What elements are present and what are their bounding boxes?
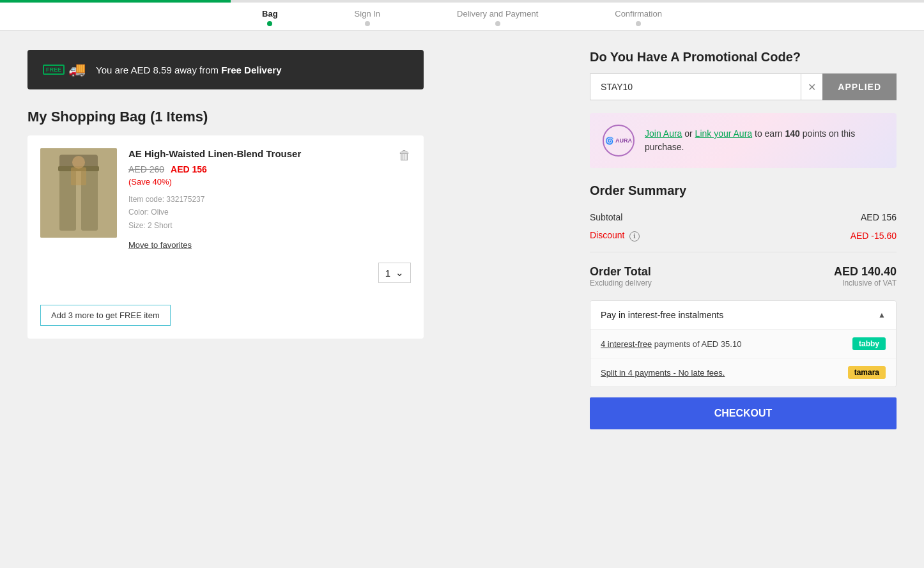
tabby-text: 4 interest-free payments of AED 35.10 bbox=[601, 339, 741, 349]
chevron-up-icon: ▲ bbox=[878, 311, 886, 319]
product-image-svg bbox=[40, 148, 117, 238]
original-price: AED 260 bbox=[128, 164, 164, 174]
move-to-favorites-button[interactable]: Move to favorites bbox=[128, 240, 192, 250]
free-badge: FREE bbox=[43, 65, 65, 75]
right-column: Do You Have A Promotional Code? ✕ APPLIE… bbox=[590, 50, 897, 429]
order-total-left: Order Total Excluding delivery bbox=[590, 265, 652, 288]
left-column: FREE 🚚 You are AED 8.59 away from Free D… bbox=[27, 50, 564, 429]
discount-value: AED -15.60 bbox=[851, 231, 897, 241]
free-item-banner[interactable]: Add 3 more to get FREE item bbox=[40, 305, 171, 326]
tamara-badge: tamara bbox=[848, 366, 886, 379]
tamara-split-link[interactable]: Split in 4 payments - No late fees. bbox=[601, 368, 725, 378]
close-icon: ✕ bbox=[808, 82, 816, 93]
price-row: AED 260 AED 156 bbox=[128, 164, 411, 174]
quantity-selector[interactable]: 1 ⌄ bbox=[378, 263, 411, 283]
subtotal-value: AED 156 bbox=[861, 212, 897, 222]
subtotal-row: Subtotal AED 156 bbox=[590, 208, 897, 226]
step-dot-signin bbox=[365, 21, 370, 26]
nav-step-confirmation: Confirmation bbox=[615, 9, 662, 26]
nav-step-bag-label: Bag bbox=[262, 9, 278, 19]
tamara-row: Split in 4 payments - No late fees. tama… bbox=[590, 358, 896, 387]
tabby-interest-free-link[interactable]: 4 interest-free bbox=[601, 339, 652, 349]
order-total-right: AED 140.40 Inclusive of VAT bbox=[834, 265, 897, 288]
join-aura-button[interactable]: Join Aura bbox=[645, 128, 682, 139]
discount-row: Discount ℹ AED -15.60 bbox=[590, 226, 897, 245]
nav-step-signin: Sign In bbox=[355, 9, 380, 26]
product-image bbox=[40, 148, 117, 238]
item-size: Size: 2 Short bbox=[128, 219, 411, 232]
tamara-text: Split in 4 payments - No late fees. bbox=[601, 368, 725, 378]
delivery-banner-text: You are AED 8.59 away from Free Delivery bbox=[96, 65, 281, 75]
order-total-label: Order Total bbox=[590, 265, 652, 279]
discount-label: Discount ℹ bbox=[590, 230, 640, 242]
aura-points: 140 bbox=[785, 128, 799, 139]
free-delivery-banner: FREE 🚚 You are AED 8.59 away from Free D… bbox=[27, 50, 424, 89]
svg-point-5 bbox=[72, 156, 85, 169]
nav-step-confirmation-label: Confirmation bbox=[615, 9, 662, 19]
subtotal-label: Subtotal bbox=[590, 212, 622, 222]
bag-title: My Shopping Bag (1 Items) bbox=[27, 109, 564, 125]
item-code: Item code: 332175237 bbox=[128, 193, 411, 206]
product-name: AE High-Waisted Linen-Blend Trouser bbox=[128, 148, 411, 159]
order-total-value: AED 140.40 bbox=[834, 265, 897, 279]
checkout-button[interactable]: CHECKOUT bbox=[590, 397, 897, 429]
excluding-delivery: Excluding delivery bbox=[590, 279, 652, 288]
delete-button[interactable]: 🗑 bbox=[398, 148, 411, 163]
trash-icon: 🗑 bbox=[398, 148, 411, 162]
promo-clear-button[interactable]: ✕ bbox=[801, 73, 822, 100]
tabby-row: 4 interest-free payments of AED 35.10 ta… bbox=[590, 329, 896, 358]
nav-step-delivery-label: Delivery and Payment bbox=[457, 9, 538, 19]
promo-code-input[interactable] bbox=[590, 73, 801, 100]
quantity-value: 1 bbox=[385, 268, 390, 279]
aura-text-label: AURA bbox=[615, 137, 632, 144]
installments-header-text: Pay in interest-free instalments bbox=[601, 310, 723, 320]
summary-divider bbox=[590, 252, 897, 252]
discount-info-icon[interactable]: ℹ bbox=[629, 231, 640, 242]
item-meta: Item code: 332175237 Color: Olive Size: … bbox=[128, 193, 411, 232]
applied-button[interactable]: APPLIED bbox=[822, 73, 897, 100]
aura-logo-text: 🌀 bbox=[605, 137, 614, 145]
item-color: Color: Olive bbox=[128, 206, 411, 219]
aura-description: Join Aura or Link your Aura to earn 140 … bbox=[645, 127, 884, 154]
step-dot-bag bbox=[267, 21, 272, 26]
link-aura-button[interactable]: Link your Aura bbox=[695, 128, 753, 139]
chevron-down-icon: ⌄ bbox=[396, 267, 404, 279]
product-details: AE High-Waisted Linen-Blend Trouser AED … bbox=[128, 148, 411, 250]
nav-step-bag: Bag bbox=[262, 9, 278, 26]
aura-box: 🌀 AURA Join Aura or Link your Aura to ea… bbox=[590, 113, 897, 168]
svg-rect-6 bbox=[71, 167, 86, 185]
installments-box: Pay in interest-free instalments ▲ 4 int… bbox=[590, 300, 897, 387]
product-card: 🗑 AE High-Waisted Linen-Blend Trouser AE… bbox=[27, 135, 424, 339]
step-dot-confirmation bbox=[636, 21, 641, 26]
delivery-icon-group: FREE 🚚 bbox=[43, 61, 86, 78]
free-delivery-strong: Free Delivery bbox=[221, 65, 281, 75]
order-summary-title: Order Summary bbox=[590, 183, 897, 198]
step-dot-delivery bbox=[495, 21, 500, 26]
page-content: FREE 🚚 You are AED 8.59 away from Free D… bbox=[15, 31, 909, 449]
truck-icon: 🚚 bbox=[68, 61, 86, 78]
inclusive-vat: Inclusive of VAT bbox=[834, 279, 897, 288]
order-total-row: Order Total Excluding delivery AED 140.4… bbox=[590, 259, 897, 290]
product-details-wrap: 🗑 AE High-Waisted Linen-Blend Trouser AE… bbox=[128, 148, 411, 283]
installments-header[interactable]: Pay in interest-free instalments ▲ bbox=[590, 301, 896, 329]
save-text: (Save 40%) bbox=[128, 177, 411, 187]
top-nav: Bag Sign In Delivery and Payment Confirm… bbox=[0, 3, 924, 31]
promo-input-row: ✕ APPLIED bbox=[590, 73, 897, 100]
tabby-badge: tabby bbox=[852, 337, 886, 350]
aura-logo: 🌀 AURA bbox=[603, 125, 635, 157]
nav-step-delivery: Delivery and Payment bbox=[457, 9, 538, 26]
nav-step-signin-label: Sign In bbox=[355, 9, 380, 19]
sale-price: AED 156 bbox=[171, 164, 207, 174]
product-row: 🗑 AE High-Waisted Linen-Blend Trouser AE… bbox=[40, 148, 411, 283]
promo-title: Do You Have A Promotional Code? bbox=[590, 50, 897, 65]
